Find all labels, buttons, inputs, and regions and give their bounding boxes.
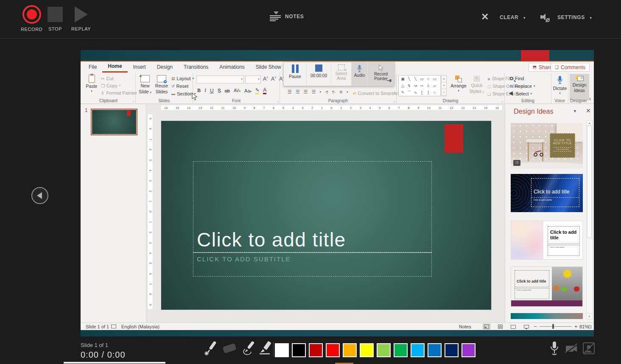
font-name-combobox[interactable] (196, 76, 244, 84)
zoom-in-button[interactable]: + (574, 323, 578, 330)
reading-view-button[interactable] (509, 324, 517, 330)
font-dialog-launcher[interactable]: ⌟ (277, 99, 278, 103)
slide-thumbnail[interactable] (91, 109, 137, 135)
align-right-button[interactable]: ☰ (304, 89, 308, 95)
ink-color-6[interactable] (377, 343, 391, 357)
layout-button[interactable]: ▤ Layout ▾ (171, 76, 194, 81)
fit-to-window-icon[interactable]: ⊡ (588, 324, 592, 330)
select-button[interactable]: Select ▾ (510, 91, 532, 96)
collapse-ribbon-button[interactable]: ˄ (589, 97, 591, 101)
replay-button[interactable]: REPLAY (71, 5, 91, 31)
find-button[interactable]: Find (510, 76, 524, 81)
design-suggestion-5[interactable] (511, 313, 583, 319)
ribbon-tab-6[interactable]: Slide Show (250, 62, 287, 73)
replace-button[interactable]: ⇆ Replace ▾ (510, 84, 535, 89)
audio-settings-button[interactable] (540, 13, 550, 22)
pane-close-icon[interactable]: ✕ (586, 107, 591, 114)
grow-font-button[interactable]: A˄ (263, 76, 268, 82)
font-color-button[interactable]: A (263, 87, 266, 94)
new-slide-button[interactable]: + New Slide ▾ (137, 75, 153, 94)
design-pane-scrollbar[interactable]: ▲ ▼ (586, 120, 593, 319)
design-suggestion-1[interactable]: CLICK TO ADD TITLE Click to add subtitle… (511, 123, 583, 168)
paste-button[interactable]: Paste ▾ (84, 75, 99, 93)
slide-sorter-view-button[interactable] (496, 324, 504, 330)
previous-slide-button[interactable] (31, 187, 48, 204)
ink-color-1[interactable] (292, 343, 306, 357)
eraser-tool[interactable] (221, 342, 238, 357)
camera-toggle-off[interactable] (564, 342, 579, 357)
paragraph-dialog-launcher[interactable]: ⌟ (393, 99, 395, 103)
bold-button[interactable]: B (197, 87, 201, 94)
title-placeholder[interactable]: Click to add title (193, 161, 432, 252)
recording-timer[interactable]: 00:00:00 (307, 62, 331, 86)
ink-color-3[interactable] (326, 343, 340, 357)
design-suggestion-4[interactable]: Click to add title Click to add subtitle (511, 266, 583, 307)
pause-button[interactable]: Pause (284, 62, 307, 86)
ribbon-tab-0[interactable]: File (83, 62, 102, 73)
pen-tool[interactable] (239, 340, 256, 358)
zoom-percentage[interactable]: 81% (579, 324, 589, 329)
audio-toggle-button[interactable]: Audio (352, 62, 368, 86)
notes-toggle-button[interactable]: Notes (459, 324, 471, 329)
camera-preview-toggle-off[interactable] (582, 342, 596, 357)
change-case-button[interactable]: Aa▾ (244, 88, 252, 93)
highlighter-tool[interactable] (256, 340, 273, 358)
normal-view-button[interactable] (483, 324, 490, 330)
align-center-button[interactable]: ☰ (296, 89, 300, 95)
subtitle-placeholder[interactable]: CLICK TO ADD SUBTITLE (193, 252, 432, 277)
drawing-dialog-launcher[interactable]: ⌟ (501, 99, 503, 103)
ink-color-2[interactable] (309, 343, 323, 357)
align-left-button[interactable]: ☰ (288, 89, 292, 95)
shapes-gallery[interactable]: ▣╲╲▭○▭ △↯↝⇨⇩▱ ✎⌒∿{}☆ (398, 75, 441, 96)
design-suggestion-3[interactable]: Click to add title Click to add subtitle (511, 221, 583, 260)
scroll-down-icon[interactable]: ▼ (587, 313, 592, 319)
text-direction-rtl-button[interactable]: ¶‹ (332, 90, 336, 94)
dictate-button[interactable]: Dictate ▾ (552, 76, 568, 95)
ribbon-tab-2[interactable]: Insert (128, 62, 151, 73)
text-shadow-button[interactable]: S (218, 88, 221, 94)
settings-button[interactable]: SETTINGS ▼ (557, 14, 593, 20)
slideshow-view-button[interactable] (523, 324, 530, 330)
zoom-slider[interactable] (540, 326, 572, 327)
strikethrough-button[interactable]: ab (225, 88, 230, 93)
ink-color-7[interactable] (394, 343, 408, 357)
stop-button[interactable]: STOP (48, 5, 63, 31)
design-suggestion-2[interactable]: Click to add title Click to add subtitle (511, 174, 583, 212)
reuse-slides-button[interactable]: Reuse Slides (154, 75, 170, 94)
zoom-slider-thumb[interactable] (552, 324, 554, 329)
ink-color-0[interactable] (275, 343, 289, 357)
ink-color-8[interactable] (411, 343, 425, 357)
underline-button[interactable]: U (210, 88, 214, 94)
ribbon-tab-3[interactable]: Design (151, 62, 178, 73)
text-direction-ltr-button[interactable]: ›¶ (325, 90, 328, 94)
zoom-out-button[interactable]: − (534, 323, 537, 330)
cut-button[interactable]: ✂ Cut (101, 76, 114, 81)
quick-styles-button[interactable]: ✎ Quick Styles ▾ (468, 76, 486, 94)
reset-button[interactable]: ↺ Reset (171, 84, 188, 89)
clear-button[interactable]: CLEAR ▼ (500, 14, 526, 20)
slide-canvas[interactable]: Click to add title CLICK TO ADD SUBTITLE (161, 121, 491, 310)
convert-smartart-button[interactable]: ⇄ Convert to SmartArt ▾ (353, 91, 402, 96)
shrink-font-button[interactable]: A˅ (271, 76, 276, 82)
select-area-button[interactable]: Select Area (331, 62, 352, 86)
italic-button[interactable]: I (204, 87, 206, 94)
microphone-toggle[interactable] (549, 341, 559, 358)
close-button[interactable]: ✕ (481, 12, 489, 22)
ink-color-11[interactable] (462, 343, 476, 357)
status-language[interactable]: English (Malaysia) (121, 324, 159, 329)
highlight-button[interactable]: ✎ (255, 87, 259, 94)
record-button[interactable]: RECORD (21, 5, 42, 32)
comments-button[interactable]: ❑ Comments (551, 63, 590, 72)
notes-button[interactable]: NOTES (270, 11, 304, 22)
clipboard-dialog-launcher[interactable]: ⌟ (132, 99, 134, 103)
ribbon-tab-1[interactable]: Home (102, 62, 127, 73)
copy-button[interactable]: ❐ Copy ▾ (101, 83, 120, 88)
design-ideas-button[interactable]: Design Ideas (570, 74, 589, 100)
scrollbar-thumb[interactable] (587, 126, 592, 238)
ribbon-tab-4[interactable]: Transitions (178, 62, 214, 73)
ink-color-9[interactable] (428, 343, 442, 357)
spellcheck-book-icon[interactable] (111, 325, 116, 328)
ink-color-5[interactable] (360, 343, 374, 357)
font-size-combobox[interactable] (245, 76, 261, 84)
shapes-gallery-scroll[interactable]: ▴▾▿ (441, 75, 447, 96)
